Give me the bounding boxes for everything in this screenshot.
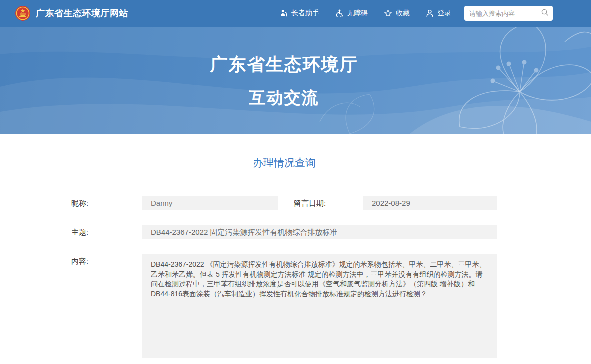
search-icon[interactable] [541,8,549,18]
content-field: DB44-2367-2022 《固定污染源挥发性有机物综合排放标准》规定的苯系物… [142,254,497,358]
nav-accessibility[interactable]: 无障碍 [335,9,368,18]
page-title: 办理情况查询 [71,156,497,170]
search-input[interactable] [469,10,541,17]
banner-subtitle: 互动交流 [249,87,319,109]
date-field: 2022-08-29 [363,196,497,210]
top-nav: 长者助手 无障碍 收藏 [280,9,451,18]
form-row-subject: 主题: DB44-2367-2022 固定污染源挥发性有机物综合排放标准 [71,225,591,239]
content-label: 内容: [71,254,142,358]
elder-assist-icon [280,9,288,17]
hero-banner: 广东省生态环境厅 互动交流 [0,27,591,134]
user-icon [426,9,434,17]
nav-login[interactable]: 登录 [426,9,451,18]
form-row-content: 内容: DB44-2367-2022 《固定污染源挥发性有机物综合排放标准》规定… [71,254,591,358]
main-content: 办理情况查询 昵称: Danny 留言日期: 2022-08-29 主题: DB… [0,156,591,358]
nickname-label: 昵称: [71,196,142,210]
site-logo-group[interactable]: 广东省生态环境厅网站 [15,5,128,21]
nav-favorite[interactable]: 收藏 [384,9,410,18]
form-row-nickname-date: 昵称: Danny 留言日期: 2022-08-29 [71,196,591,210]
nav-label: 收藏 [396,9,410,18]
banner-text: 广东省生态环境厅 互动交流 [0,27,591,109]
site-title: 广东省生态环境厅网站 [36,7,128,19]
national-emblem-logo [15,5,31,21]
nav-elder-assist[interactable]: 长者助手 [280,9,319,18]
date-label: 留言日期: [278,196,363,210]
nav-label: 无障碍 [347,9,368,18]
banner-title: 广东省生态环境厅 [210,53,358,76]
subject-label: 主题: [71,225,142,239]
star-icon [384,9,392,17]
subject-field: DB44-2367-2022 固定污染源挥发性有机物综合排放标准 [142,225,497,239]
top-header: 广东省生态环境厅网站 长者助手 无障碍 [0,0,591,27]
search-box [464,6,553,21]
nav-label: 登录 [437,9,451,18]
nickname-field: Danny [142,196,278,210]
accessibility-icon [335,9,343,17]
nav-label: 长者助手 [291,9,319,18]
